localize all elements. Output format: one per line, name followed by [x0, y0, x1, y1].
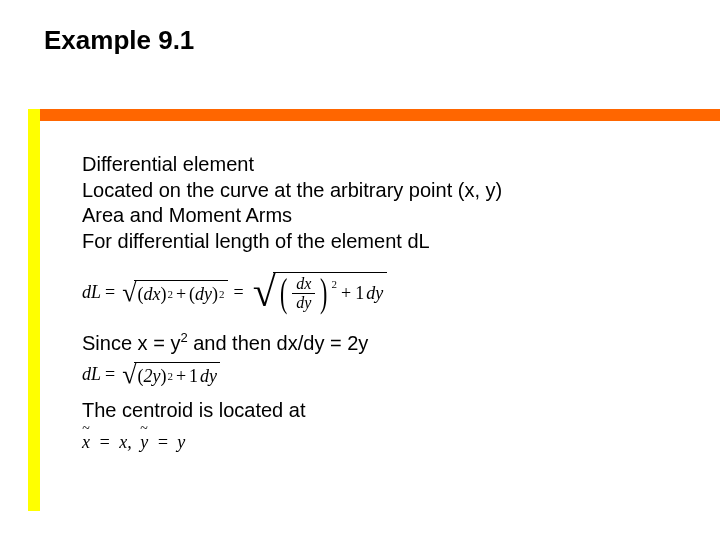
text-line: Since x = y2 and then dx/dy = 2y [82, 330, 682, 356]
equation-centroid: ~x = x, ~y = y [82, 431, 682, 454]
accent-bar-horizontal [40, 109, 720, 121]
text-line: The centroid is located at [82, 398, 682, 424]
eq-equals: = [105, 281, 115, 304]
text-line: Area and Moment Arms [82, 203, 682, 229]
text-line: Located on the curve at the arbitrary po… [82, 178, 682, 204]
eq-lhs: dL [82, 281, 101, 304]
sqrt-2: √ ( dx dy )2 + 1 dy [253, 272, 387, 313]
body-content: Differential element Located on the curv… [82, 152, 682, 464]
equation-dl-full: dL = √ (dx)2 + (dy)2 = √ ( [82, 272, 682, 313]
slide: Example 9.1 Differential element Located… [0, 0, 720, 540]
accent-bar-vertical [28, 109, 40, 511]
text-line: For differential length of the element d… [82, 229, 682, 255]
fraction-dx-dy: dx dy [292, 275, 315, 311]
eq-equals: = [234, 281, 244, 304]
slide-title: Example 9.1 [44, 25, 194, 56]
text-line: Differential element [82, 152, 682, 178]
sqrt-1: √ (dx)2 + (dy)2 [122, 280, 227, 306]
equation-dl-substituted: dL = √ (2y)2 + 1 dy [82, 362, 682, 388]
